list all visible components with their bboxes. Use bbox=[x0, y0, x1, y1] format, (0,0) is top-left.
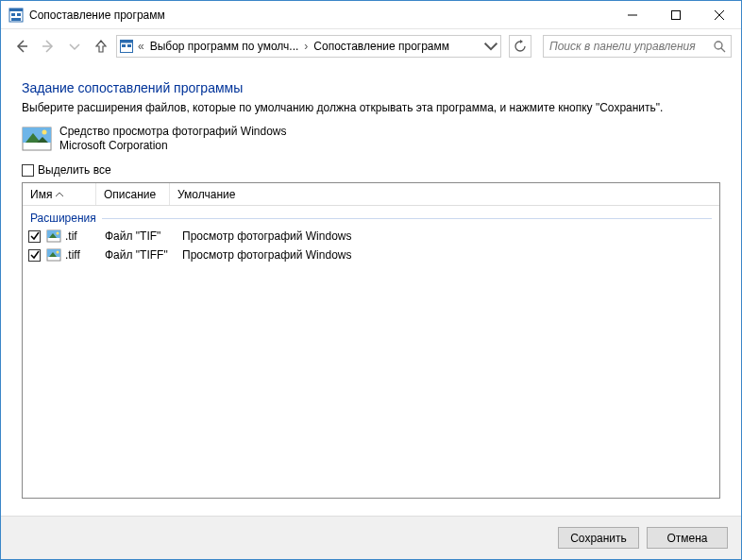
group-label: Расширения bbox=[30, 212, 96, 225]
chevron-right-icon: › bbox=[302, 40, 310, 53]
svg-point-29 bbox=[57, 251, 59, 254]
table-body: Расширения .tifФайл "TIF"Просмотр фотогр… bbox=[23, 206, 719, 498]
associations-table: Имя Описание Умолчание Расширения .tifФ bbox=[22, 182, 720, 499]
breadcrumb-seg-1[interactable]: Выбор программ по умолч... bbox=[148, 40, 301, 53]
search-input[interactable] bbox=[548, 39, 712, 54]
selected-app-row: Средство просмотра фотографий Windows Mi… bbox=[22, 124, 720, 154]
select-all-label: Выделить все bbox=[38, 163, 111, 177]
titlebar: Сопоставление программ bbox=[1, 1, 741, 29]
svg-rect-4 bbox=[11, 18, 21, 21]
group-divider bbox=[102, 218, 712, 219]
svg-rect-3 bbox=[17, 13, 21, 16]
refresh-button[interactable] bbox=[509, 35, 531, 58]
cell-name: .tiff bbox=[46, 247, 99, 263]
cell-desc: Файл "TIF" bbox=[105, 229, 177, 243]
svg-line-16 bbox=[721, 48, 725, 52]
maximize-button[interactable] bbox=[654, 1, 698, 28]
column-desc-label: Описание bbox=[104, 188, 156, 201]
cell-desc: Файл "TIFF" bbox=[105, 248, 177, 262]
svg-rect-1 bbox=[9, 8, 23, 11]
breadcrumb-prefix: « bbox=[136, 40, 146, 53]
select-all-row[interactable]: Выделить все bbox=[22, 163, 720, 177]
navbar: « Выбор программ по умолч... › Сопоставл… bbox=[1, 29, 741, 63]
column-default-label: Умолчание bbox=[177, 188, 235, 201]
group-header: Расширения bbox=[23, 206, 719, 227]
page-subtext: Выберите расширения файлов, которые по у… bbox=[22, 101, 720, 114]
svg-rect-2 bbox=[11, 13, 15, 16]
row-checkbox[interactable] bbox=[28, 249, 41, 262]
content: Задание сопоставлений программы Выберите… bbox=[1, 63, 741, 516]
table-row[interactable]: .tiffФайл "TIFF"Просмотр фотографий Wind… bbox=[23, 246, 719, 264]
breadcrumb[interactable]: « Выбор программ по умолч... › Сопоставл… bbox=[116, 35, 501, 58]
row-ext: .tiff bbox=[65, 248, 80, 262]
svg-rect-6 bbox=[672, 10, 681, 19]
app-name: Средство просмотра фотографий Windows bbox=[59, 125, 287, 139]
svg-point-15 bbox=[715, 42, 722, 49]
app-info: Средство просмотра фотографий Windows Mi… bbox=[59, 125, 287, 153]
column-name[interactable]: Имя bbox=[23, 183, 96, 205]
column-name-label: Имя bbox=[30, 188, 52, 201]
app-publisher: Microsoft Corporation bbox=[59, 139, 287, 153]
nav-up-button[interactable] bbox=[90, 35, 112, 58]
app-thumb-icon bbox=[22, 124, 52, 154]
svg-rect-14 bbox=[127, 44, 131, 47]
window-controls bbox=[611, 1, 741, 28]
svg-rect-13 bbox=[122, 44, 126, 47]
breadcrumb-seg-2[interactable]: Сопоставление программ bbox=[312, 40, 451, 53]
svg-point-25 bbox=[57, 232, 59, 235]
nav-back-button[interactable] bbox=[10, 35, 33, 58]
sort-caret-icon bbox=[56, 188, 63, 201]
column-desc[interactable]: Описание bbox=[96, 183, 170, 205]
save-button[interactable]: Сохранить bbox=[558, 527, 639, 549]
search-icon[interactable] bbox=[712, 39, 727, 54]
nav-forward-button[interactable] bbox=[37, 35, 59, 58]
page-heading: Задание сопоставлений программы bbox=[22, 80, 720, 95]
cell-name: .tif bbox=[46, 229, 99, 244]
cell-default: Просмотр фотографий Windows bbox=[182, 248, 714, 262]
close-button[interactable] bbox=[698, 1, 741, 28]
row-checkbox[interactable] bbox=[28, 230, 41, 243]
control-panel-icon bbox=[119, 39, 134, 54]
select-all-checkbox[interactable] bbox=[22, 164, 34, 177]
window-title: Сопоставление программ bbox=[29, 8, 611, 22]
minimize-button[interactable] bbox=[611, 1, 654, 28]
nav-recent-dropdown[interactable] bbox=[63, 35, 86, 58]
row-ext: .tif bbox=[65, 229, 77, 243]
search-box[interactable] bbox=[543, 35, 732, 58]
table-header: Имя Описание Умолчание bbox=[23, 183, 719, 206]
window: Сопоставление программ bbox=[0, 0, 742, 560]
svg-rect-12 bbox=[121, 41, 133, 43]
svg-point-21 bbox=[42, 130, 47, 135]
breadcrumb-dropdown[interactable] bbox=[483, 36, 498, 57]
app-icon bbox=[8, 8, 24, 23]
column-default[interactable]: Умолчание bbox=[170, 183, 719, 205]
table-row[interactable]: .tifФайл "TIF"Просмотр фотографий Window… bbox=[23, 227, 719, 246]
button-bar: Сохранить Отмена bbox=[1, 516, 741, 559]
cancel-button[interactable]: Отмена bbox=[647, 527, 728, 549]
cell-default: Просмотр фотографий Windows bbox=[182, 229, 714, 243]
image-file-icon bbox=[46, 229, 61, 244]
image-file-icon bbox=[46, 247, 61, 263]
